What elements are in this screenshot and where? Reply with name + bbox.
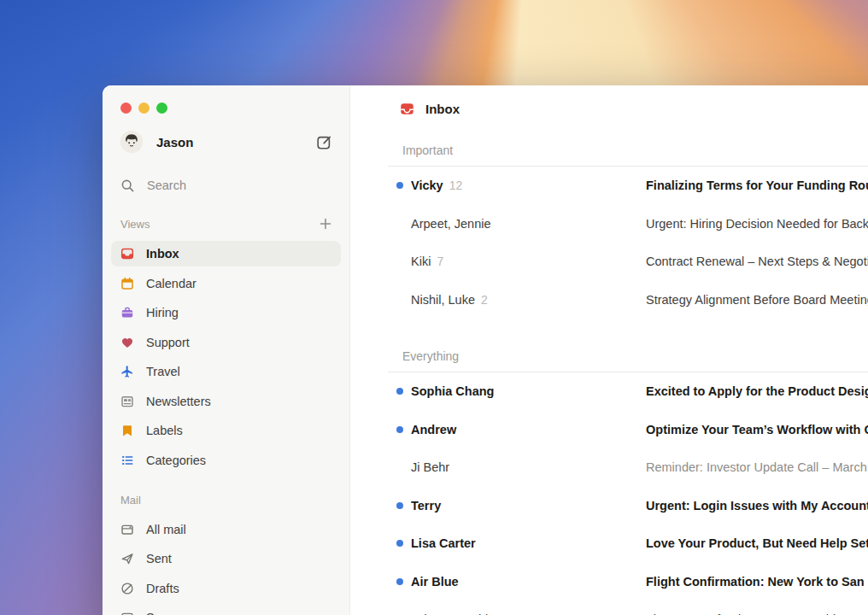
email-row[interactable]: Lisa Carter Love Your Product, But Need … — [388, 524, 868, 563]
unread-dot-icon — [396, 540, 403, 547]
page-title: Inbox — [425, 102, 460, 116]
window-controls — [120, 102, 349, 114]
views-section-label: Views — [120, 218, 319, 231]
sidebar-item-sent[interactable]: Sent — [111, 546, 341, 571]
mail-list-pane: Inbox Important Vicky12 Finalizing Terms… — [350, 85, 868, 615]
email-subject: Love Your Product, But Need Help Setting… — [646, 536, 868, 550]
email-sender: Nishil, Luke2 — [411, 293, 646, 307]
email-row[interactable]: Vicky12 Finalizing Terms for Your Fundin… — [388, 167, 868, 205]
email-sender: Terry — [411, 499, 646, 512]
compose-button[interactable] — [316, 134, 332, 150]
pencil-circle-icon — [120, 582, 134, 595]
sidebar-item-label: Spam — [146, 611, 179, 615]
sidebar-item-calendar[interactable]: Calendar — [111, 271, 341, 296]
search-input[interactable]: Search — [111, 173, 341, 198]
paper-plane-icon — [120, 552, 134, 565]
email-row[interactable]: Johnson, Ashley The Future of AI in Comm… — [388, 600, 868, 615]
email-sender: Andrew — [411, 423, 646, 436]
minimize-window-button[interactable] — [138, 102, 150, 114]
sidebar-item-label: Categories — [146, 454, 206, 467]
email-row[interactable]: Arpeet, Jennie Urgent: Hiring Decision N… — [388, 205, 868, 243]
unread-dot-icon — [396, 578, 403, 585]
sidebar-item-label: Labels — [146, 424, 183, 437]
sidebar-item-label: Travel — [146, 365, 180, 378]
bookmark-icon — [120, 424, 134, 437]
email-row[interactable]: Nishil, Luke2 Strategy Alignment Before … — [388, 281, 868, 319]
email-row[interactable]: Terry Urgent: Login Issues with My Accou… — [388, 487, 868, 525]
avatar[interactable] — [120, 131, 143, 153]
email-subject: Contract Renewal – Next Steps & Negotiat… — [646, 255, 868, 268]
search-icon — [120, 179, 135, 193]
email-sender: Air Blue — [411, 575, 646, 589]
email-subject: Optimize Your Team’s Workflow with Our N… — [646, 423, 868, 436]
sidebar-item-drafts[interactable]: Drafts — [111, 576, 341, 601]
email-subject: Urgent: Login Issues with My Account — [646, 499, 868, 512]
list-icon — [120, 454, 134, 467]
newspaper-icon — [120, 395, 134, 408]
airplane-icon — [120, 365, 134, 378]
unread-dot-icon — [396, 502, 403, 509]
email-row[interactable]: Kiki7 Contract Renewal – Next Steps & Ne… — [388, 243, 868, 281]
views-section-header: Views — [120, 215, 332, 232]
unread-dot-icon — [396, 388, 403, 395]
email-row[interactable]: Andrew Optimize Your Team’s Workflow wit… — [388, 411, 868, 449]
email-row[interactable]: Sophia Chang Excited to Apply for the Pr… — [388, 372, 868, 411]
sidebar-item-label: Drafts — [146, 582, 179, 595]
email-sender: Ji Behr — [411, 460, 646, 474]
thread-count: 7 — [437, 255, 443, 268]
email-subject: Strategy Alignment Before Board Meeting — [646, 293, 868, 307]
views-list: Inbox Calendar Hiring — [103, 241, 349, 473]
sidebar-item-label: Inbox — [146, 247, 179, 261]
sidebar-item-categories[interactable]: Categories — [111, 448, 341, 473]
sidebar-item-travel[interactable]: Travel — [111, 359, 341, 384]
sidebar-item-support[interactable]: Support — [111, 330, 341, 355]
email-subject: Urgent: Hiring Decision Needed for Backe… — [646, 217, 868, 231]
zoom-window-button[interactable] — [156, 102, 167, 114]
sidebar-item-labels[interactable]: Labels — [111, 418, 341, 443]
thread-count: 12 — [449, 179, 463, 192]
section-label-everything: Everything — [402, 348, 868, 365]
avatar-face-icon — [120, 131, 143, 153]
heart-icon — [120, 336, 134, 349]
sidebar-item-newsletters[interactable]: Newsletters — [111, 389, 341, 414]
account-name: Jason — [156, 135, 316, 149]
sidebar-item-label: Newsletters — [146, 395, 211, 408]
plus-icon — [319, 217, 332, 231]
sidebar: Jason Search Views — [103, 85, 350, 615]
sidebar-item-hiring[interactable]: Hiring — [111, 300, 341, 325]
email-sender: Lisa Carter — [411, 536, 646, 550]
inbox-icon — [400, 102, 414, 116]
email-row[interactable]: Ji Behr Reminder: Investor Update Call –… — [388, 448, 868, 487]
inbox-icon — [120, 247, 134, 261]
email-subject: Finalizing Terms for Your Funding Round — [646, 179, 868, 192]
mail-list: All mail Sent Drafts — [103, 517, 349, 615]
sidebar-item-label: Hiring — [146, 306, 179, 319]
calendar-icon — [120, 277, 134, 290]
email-row[interactable]: Air Blue Flight Confirmation: New York t… — [388, 563, 868, 601]
sidebar-item-inbox[interactable]: Inbox — [111, 241, 341, 266]
briefcase-icon — [120, 306, 134, 319]
unread-dot-icon — [396, 182, 403, 189]
email-subject: Reminder: Investor Update Call – March — [646, 460, 868, 474]
sidebar-item-spam[interactable]: Spam — [111, 605, 341, 615]
search-placeholder: Search — [147, 179, 186, 192]
sidebar-item-label: Calendar — [146, 277, 196, 290]
close-window-button[interactable] — [120, 102, 132, 114]
mail-stack-icon — [120, 523, 134, 536]
sidebar-item-all-mail[interactable]: All mail — [111, 517, 341, 542]
unread-dot-icon — [396, 426, 403, 433]
spam-icon — [120, 611, 134, 615]
mail-app-window: Jason Search Views — [103, 85, 868, 615]
sidebar-item-label: All mail — [146, 523, 186, 536]
email-sender: Vicky12 — [411, 179, 646, 192]
section-label-important: Important — [402, 142, 868, 159]
sidebar-item-label: Support — [146, 336, 190, 349]
add-view-button[interactable] — [319, 217, 332, 231]
email-subject: Excited to Apply for the Product Designe… — [646, 384, 868, 398]
email-sender: Arpeet, Jennie — [411, 217, 646, 231]
email-subject: Flight Confirmation: New York to San Fra… — [646, 575, 868, 589]
email-sender: Kiki7 — [411, 255, 646, 268]
email-sender: Sophia Chang — [411, 384, 646, 398]
inbox-header: Inbox — [388, 97, 868, 120]
mail-section-header: Mail — [120, 493, 332, 508]
